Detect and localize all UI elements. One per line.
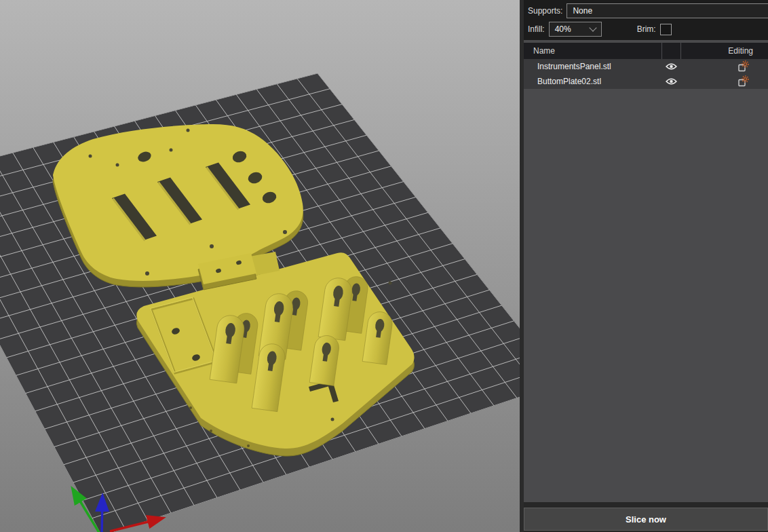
scene-svg	[0, 0, 520, 532]
supports-value: None	[573, 6, 592, 16]
supports-select[interactable]: None	[567, 3, 768, 18]
z-axis-arrow	[102, 497, 102, 532]
supports-label: Supports:	[528, 6, 562, 16]
slice-now-button[interactable]: Slice now	[524, 508, 768, 531]
edit-settings-icon[interactable]	[737, 75, 749, 88]
bottom-bar: Slice now	[524, 502, 768, 532]
model-name-label: InstrumentsPanel.stl	[524, 62, 661, 71]
model-table-header: Name Editing	[524, 43, 768, 59]
panel-empty-area	[524, 89, 768, 502]
brim-checkbox[interactable]	[660, 24, 672, 35]
settings-panel: Supports: None Infill: 40% Brim: Name Ed…	[524, 0, 768, 532]
viewport-3d[interactable]	[0, 0, 520, 532]
slicer-app: Supports: None Infill: 40% Brim: Name Ed…	[0, 0, 768, 532]
print-settings-block: Supports: None Infill: 40% Brim:	[524, 0, 768, 40]
infill-select[interactable]: 40%	[549, 22, 602, 37]
brim-label: Brim:	[637, 24, 656, 34]
infill-label: Infill:	[528, 24, 545, 34]
column-header-visibility	[661, 43, 680, 59]
infill-value: 40%	[555, 24, 571, 34]
model-name-label: ButtomPlate02.stl	[524, 77, 661, 86]
visibility-eye-icon[interactable]	[666, 77, 677, 86]
visibility-eye-icon[interactable]	[666, 62, 677, 71]
table-row[interactable]: InstrumentsPanel.stl	[524, 59, 768, 74]
chevron-down-icon	[589, 24, 596, 31]
table-row[interactable]: ButtomPlate02.stl	[524, 74, 768, 89]
column-header-editing: Editing	[680, 43, 768, 59]
column-header-name: Name	[524, 46, 661, 56]
edit-settings-icon[interactable]	[737, 60, 749, 73]
